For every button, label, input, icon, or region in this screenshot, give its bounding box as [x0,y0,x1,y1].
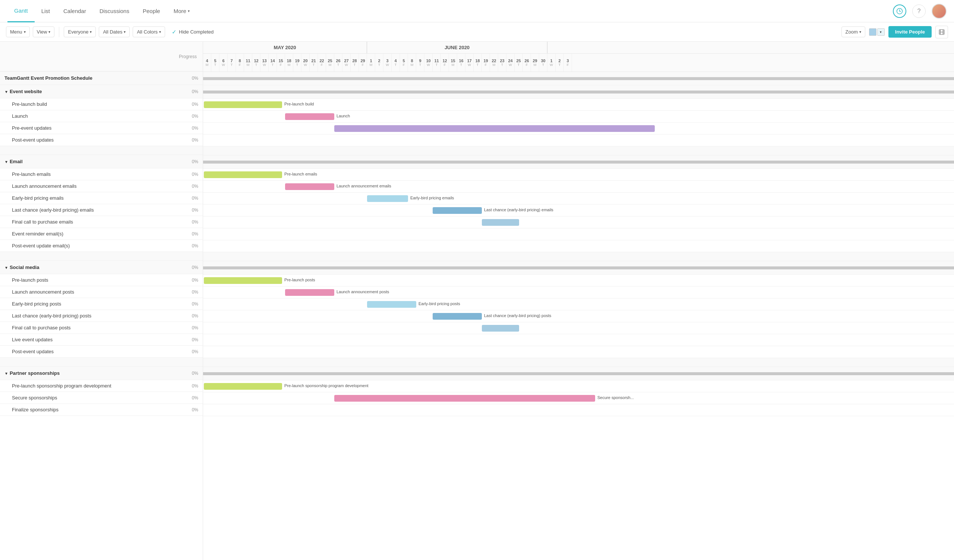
gantt-task-pre-event-updates [203,123,954,134]
chevron-down-icon: ▼ [5,90,8,94]
bar-pre-launch-sponsorship[interactable] [204,383,282,390]
bar-launch-announcement-emails[interactable] [285,183,334,190]
gantt-group-social-media [203,261,954,275]
gantt-task-pre-launch-posts: Pre-launch posts [203,275,954,286]
nav-item-discussions[interactable]: Discussions [93,0,136,22]
day-cell-june-4: 4T [392,54,400,72]
days-row: 4M5T6W7T8F11M12T13W14T15F18M19T20W21T22F… [203,54,954,72]
film-icon [939,29,945,35]
progress-header: Progress [179,54,197,59]
project-row: TeamGantt Event Promotion Schedule 0% [0,72,203,85]
bar-last-chance-posts[interactable] [433,313,482,320]
swatch-toggle[interactable]: ▾ [877,28,885,36]
gantt-task-early-bird-emails: Early-bird pricing emails [203,193,954,205]
gantt-task-event-reminder [203,229,954,240]
bar-secure-sponsorships[interactable] [334,395,595,402]
bar-launch-announcement-posts[interactable] [285,289,334,296]
task-row: Pre-launch posts 0% [0,274,203,286]
day-cell-june-22: 22M [490,54,498,72]
bar-early-bird-emails[interactable] [367,195,408,202]
toolbar-sep [59,27,59,37]
day-cell-may-11: 11M [244,54,252,72]
day-cell-may-28: 28T [351,54,359,72]
right-panel: MAY 2020 JUNE 2020 4M5T6W7T8F11M12T13W14… [203,42,954,560]
task-row: Secure sponsorships 0% [0,392,203,404]
day-cell-may-4: 4M [203,54,211,72]
task-row: Launch announcement posts 0% [0,286,203,298]
day-cell-june-1: 1M [367,54,375,72]
task-row: Post-event updates 0% [0,134,203,146]
group-row-social-media: ▼Social media 0% [0,261,203,274]
everyone-dropdown[interactable]: Everyone ▾ [64,26,96,37]
all-dates-dropdown[interactable]: All Dates ▾ [99,26,130,37]
bar-pre-launch-emails[interactable] [204,171,282,178]
bar-pre-event-updates[interactable] [334,125,655,132]
day-cell-june-8: 8M [408,54,416,72]
day-cell-june-29: 29M [531,54,539,72]
day-cell-may-7: 7T [228,54,236,72]
month-june: JUNE 2020 [367,42,547,53]
nav-item-calendar[interactable]: Calendar [57,0,93,22]
avatar[interactable] [932,4,946,19]
help-icon-btn[interactable]: ? [912,5,926,18]
zoom-dropdown[interactable]: Zoom ▾ [842,26,865,37]
clock-icon [896,8,903,14]
day-cell-june-12: 12F [441,54,449,72]
chevron-down-icon: ▼ [5,266,8,270]
group-row-email: ▼Email 0% [0,155,203,168]
gantt-task-post-event-updates-social [203,346,954,358]
day-cell-june-17: 17W [465,54,474,72]
view-button[interactable]: View ▾ [33,26,55,37]
gantt-task-last-chance-emails: Last chance (early-bird pricing) emails [203,205,954,216]
task-row: Post-event updates 0% [0,346,203,358]
gantt-container: Progress TeamGantt Event Promotion Sched… [0,42,954,560]
day-cell-may-13: 13W [260,54,269,72]
bar-launch[interactable] [285,113,334,120]
gantt-project-row [203,72,954,85]
chevron-down-icon: ▼ [5,160,8,164]
bar-final-call-posts[interactable] [482,325,519,331]
day-cell-may-15: 15F [277,54,285,72]
menu-button[interactable]: Menu ▾ [6,26,30,37]
day-cell-may-14: 14T [269,54,277,72]
task-row: Pre-launch emails 0% [0,168,203,180]
gantt-task-launch-announcement-emails: Launch announcement emails [203,181,954,193]
project-label: TeamGantt Event Promotion Schedule [0,75,184,81]
day-cell-may-29: 29F [359,54,367,72]
task-row: Live event updates 0% [0,334,203,346]
day-cell-june-23: 23T [498,54,507,72]
group-row-event-website: ▼Event website 0% [0,85,203,98]
invite-people-button[interactable]: Invite People [889,26,932,37]
all-colors-dropdown[interactable]: All Colors ▾ [132,26,165,37]
bar-final-call-emails[interactable] [482,219,519,226]
gantt-task-pre-launch-sponsorship: Pre-launch sponsorship program developme… [203,380,954,392]
bar-early-bird-posts[interactable] [367,301,416,308]
task-row: Post-event update email(s) 0% [0,240,203,252]
chevron-down-icon: ▾ [188,9,190,13]
day-cell-june-19: 19F [482,54,490,72]
gantt-task-pre-launch-emails: Pre-launch emails [203,169,954,181]
day-cell-may-18: 18M [285,54,293,72]
bar-last-chance-emails[interactable] [433,207,482,214]
task-row: Last chance (early-bird pricing) emails … [0,204,203,216]
nav-item-list[interactable]: List [35,0,57,22]
gantt-task-finalize-sponsorships [203,404,954,416]
nav-item-gantt[interactable]: Gantt [8,0,35,22]
gantt-body: Pre-launch build Launch [203,72,954,416]
day-cell-may-5: 5T [211,54,220,72]
gantt-task-final-call-posts [203,322,954,334]
nav-item-more[interactable]: More ▾ [167,0,196,22]
gantt-task-post-event-updates [203,134,954,146]
bar-pre-launch-posts[interactable] [204,277,282,284]
task-row: Launch 0% [0,110,203,122]
hide-completed-checkbox[interactable]: ✓ Hide Completed [168,26,217,37]
clock-icon-btn[interactable] [893,5,906,18]
day-cell-june-2: 2T [375,54,383,72]
export-icon-btn[interactable] [935,26,948,38]
gantt-task-secure-sponsorships: Secure sponsorsh... [203,392,954,404]
task-row: Finalize sponsorships 0% [0,404,203,416]
bar-pre-launch-build[interactable] [204,101,282,108]
nav-item-people[interactable]: People [136,0,167,22]
day-cell-july-3: 3F [564,54,572,72]
day-cell-june-24: 24W [507,54,514,72]
